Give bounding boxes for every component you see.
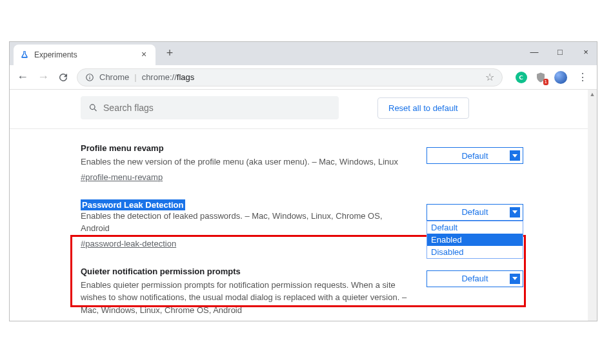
page-content: ▲ Reset all to default Profile menu reva…: [10, 90, 597, 321]
svg-point-1: [89, 75, 90, 76]
chevron-down-icon: [510, 150, 520, 161]
search-icon: [88, 103, 98, 113]
omni-url: chrome://flags: [142, 72, 195, 82]
bookmark-star-icon[interactable]: ☆: [485, 71, 494, 83]
flag-select[interactable]: Default: [426, 270, 523, 287]
new-tab-button[interactable]: +: [162, 46, 177, 61]
profile-avatar[interactable]: [554, 71, 567, 84]
browser-toolbar: ← → Chrome | chrome://flags ☆ 1: [10, 65, 597, 90]
back-button[interactable]: ←: [16, 70, 29, 84]
browser-window: Experiments × + — □ × ← → Chrome | chrom…: [9, 41, 597, 321]
flag-select[interactable]: Default: [426, 147, 523, 164]
flag-text: Profile menu revampEnables the new versi…: [81, 143, 407, 182]
flag-select-wrap: DefaultDefaultEnabledDisabled: [426, 200, 523, 221]
maximize-button[interactable]: □: [553, 45, 567, 59]
chevron-down-icon: [510, 207, 520, 217]
chevron-down-icon: [510, 274, 520, 284]
flag-description: Enables the new version of the profile m…: [81, 156, 407, 168]
flag-text: Password Leak DetectionEnables the detec…: [81, 200, 407, 248]
search-flags-box[interactable]: [81, 96, 339, 119]
window-close-button[interactable]: ×: [579, 45, 593, 59]
window-controls: — □ ×: [527, 45, 593, 59]
dropdown-option[interactable]: Disabled: [427, 246, 523, 258]
flag-hash-link[interactable]: #quiet-notification-prompts: [81, 320, 407, 321]
flag-select-label: Default: [427, 207, 523, 217]
svg-rect-2: [89, 77, 90, 79]
flag-description: Enables the detection of leaked password…: [81, 210, 407, 235]
flag-item: Password Leak DetectionEnables the detec…: [81, 192, 523, 259]
flag-select-label: Default: [427, 151, 523, 161]
svg-point-3: [90, 105, 95, 110]
extension-adblock-icon[interactable]: 1: [535, 72, 547, 83]
flags-list: Profile menu revampEnables the new versi…: [10, 129, 588, 321]
search-input[interactable]: [103, 103, 331, 113]
tab-close-button[interactable]: ×: [139, 50, 149, 60]
flag-item: Quieter notification permission promptsE…: [81, 259, 523, 321]
svg-line-4: [94, 109, 96, 111]
extension-badge: 1: [543, 79, 548, 85]
browser-tab[interactable]: Experiments ×: [14, 45, 156, 65]
flag-select-label: Default: [427, 274, 523, 283]
flag-item: Profile menu revampEnables the new versi…: [81, 136, 523, 192]
forward-button: →: [37, 70, 50, 84]
flag-text: Quieter notification permission promptsE…: [81, 267, 407, 321]
scrollbar[interactable]: ▲: [588, 90, 597, 321]
address-bar[interactable]: Chrome | chrome://flags ☆: [77, 68, 503, 86]
flag-select-wrap: Default: [426, 267, 523, 287]
flag-title: Password Leak Detection: [81, 200, 407, 210]
flag-hash-link[interactable]: #profile-menu-revamp: [81, 172, 407, 182]
extension-grammarly-icon[interactable]: [516, 72, 527, 83]
flag-title: Profile menu revamp: [81, 143, 407, 153]
flag-select-wrap: Default: [426, 143, 523, 164]
flag-select[interactable]: Default: [426, 204, 523, 221]
flask-icon: [20, 50, 29, 59]
flag-hash-link[interactable]: #password-leak-detection: [81, 239, 407, 248]
flag-description: Enables quieter permission prompts for n…: [81, 279, 407, 317]
flag-title: Quieter notification permission prompts: [81, 267, 407, 276]
reset-all-button[interactable]: Reset all to default: [377, 97, 469, 119]
omni-prefix: Chrome: [99, 72, 129, 82]
scroll-up-icon[interactable]: ▲: [588, 90, 597, 99]
flags-header: Reset all to default: [10, 90, 588, 129]
tab-title: Experiments: [34, 50, 139, 59]
dropdown-option[interactable]: Default: [427, 221, 523, 234]
minimize-button[interactable]: —: [527, 45, 541, 59]
reload-button[interactable]: [57, 72, 69, 83]
dropdown-option[interactable]: Enabled: [427, 234, 523, 246]
tab-strip: Experiments × + — □ ×: [10, 42, 597, 65]
flag-dropdown: DefaultEnabledDisabled: [426, 221, 523, 259]
browser-menu-button[interactable]: ⋮: [575, 71, 590, 83]
extension-icons: 1: [516, 71, 567, 84]
info-icon: [85, 73, 94, 82]
